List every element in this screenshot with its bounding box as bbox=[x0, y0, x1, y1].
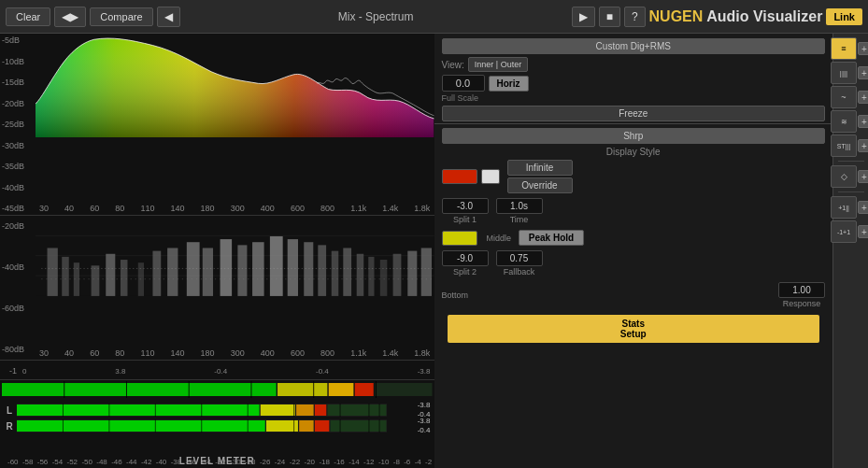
icon-lines-button[interactable]: ≡ bbox=[831, 37, 857, 60]
svg-rect-61 bbox=[299, 420, 313, 432]
svg-rect-48 bbox=[315, 404, 326, 416]
spectrogram-section: -20dB -40dB -60dB -80dB bbox=[0, 216, 434, 361]
fallback-value[interactable]: 0.75 bbox=[496, 250, 543, 266]
svg-rect-62 bbox=[315, 420, 329, 432]
spectrum-x-labels: 30 40 60 80 110 140 180 300 400 600 800 … bbox=[36, 204, 434, 213]
viz-area: -5dB -10dB -15dB -20dB -25dB -30dB -35dB… bbox=[0, 34, 434, 468]
spectrum-display bbox=[36, 34, 434, 137]
logo: NUGEN Audio Visualizer Link bbox=[649, 8, 862, 25]
icon-zigzag-button[interactable]: ≋ bbox=[831, 110, 857, 133]
svg-rect-24 bbox=[332, 251, 339, 296]
time-value[interactable]: 1.0s bbox=[496, 198, 543, 214]
icon-row-8: -1+1 + bbox=[831, 220, 868, 243]
r-meter-svg bbox=[17, 419, 387, 433]
svg-rect-46 bbox=[261, 404, 295, 416]
svg-rect-30 bbox=[407, 251, 417, 296]
view-label: View: bbox=[442, 60, 464, 70]
full-scale-label: Full Scale bbox=[442, 93, 826, 103]
svg-rect-17 bbox=[221, 239, 233, 296]
stats-setup-button[interactable]: Stats Setup bbox=[448, 315, 820, 343]
display-style-section: Shrp Display Style Infinite Override -3.… bbox=[434, 124, 833, 350]
icon-plus1-button[interactable]: +1|| bbox=[831, 196, 857, 219]
svg-rect-1 bbox=[36, 34, 434, 137]
top-white-color[interactable] bbox=[481, 169, 500, 184]
svg-rect-12 bbox=[138, 262, 144, 296]
split2-label: Split 2 bbox=[442, 267, 489, 277]
peak-hold-button[interactable]: Peak Hold bbox=[519, 230, 584, 246]
full-scale-value[interactable]: 0.0 bbox=[442, 75, 485, 92]
svg-rect-18 bbox=[237, 245, 247, 296]
level-meters-section: -1 0 3.8 -0.4 -0.4 -3.8 bbox=[0, 361, 434, 468]
svg-rect-49 bbox=[327, 404, 386, 416]
icon-bars-button[interactable]: |||| bbox=[831, 62, 857, 84]
svg-rect-22 bbox=[304, 242, 313, 296]
svg-rect-25 bbox=[343, 248, 351, 295]
main-area: -5dB -10dB -15dB -20dB -25dB -30dB -35dB… bbox=[0, 34, 868, 468]
meter-tick-labels: -60 -58 -56 -54 -52 -50 -48 -46 -44 -42 … bbox=[7, 458, 433, 466]
l-label: L bbox=[4, 405, 15, 416]
svg-rect-28 bbox=[380, 260, 388, 296]
add-3-button[interactable]: + bbox=[858, 91, 868, 104]
response-label: Response bbox=[778, 299, 825, 308]
bottom-label: Bottom bbox=[442, 291, 469, 300]
stop-button[interactable]: ■ bbox=[599, 7, 620, 27]
shrp-button[interactable]: Shrp bbox=[442, 128, 826, 144]
help-button[interactable]: ? bbox=[624, 7, 646, 27]
lr-meters: L bbox=[0, 401, 434, 454]
r-meter-row: R bbox=[4, 418, 431, 433]
compare-button[interactable]: Compare bbox=[90, 7, 152, 26]
svg-rect-59 bbox=[17, 420, 265, 432]
back-button[interactable]: ◀▶ bbox=[54, 7, 86, 27]
r-value: -0.4 bbox=[418, 426, 431, 435]
top-red-color[interactable] bbox=[442, 169, 477, 184]
svg-rect-34 bbox=[2, 383, 277, 396]
add-2-button[interactable]: + bbox=[858, 66, 868, 79]
svg-rect-23 bbox=[318, 245, 326, 296]
meter-strip bbox=[2, 381, 433, 398]
svg-rect-27 bbox=[368, 257, 374, 296]
prev-button[interactable]: ◀ bbox=[157, 7, 180, 27]
icon-stereo-button[interactable]: ST||| bbox=[831, 135, 857, 157]
time-label: Time bbox=[496, 215, 543, 224]
add-8-button[interactable]: + bbox=[858, 225, 868, 238]
split1-value[interactable]: -3.0 bbox=[442, 198, 489, 214]
add-6-button[interactable]: + bbox=[858, 170, 868, 183]
override-button[interactable]: Override bbox=[507, 177, 573, 193]
svg-rect-14 bbox=[167, 248, 178, 295]
svg-rect-36 bbox=[329, 383, 354, 396]
horiz-button[interactable]: Horiz bbox=[489, 76, 529, 92]
add-4-button[interactable]: + bbox=[858, 115, 868, 128]
spectrum-y-labels: -5dB -10dB -15dB -20dB -25dB -30dB -35dB… bbox=[0, 34, 36, 215]
play-button[interactable]: ▶ bbox=[572, 7, 595, 27]
response-value[interactable]: 1.00 bbox=[778, 282, 825, 298]
icon-wave-button[interactable]: ~ bbox=[831, 86, 857, 108]
strip-divider-2 bbox=[838, 191, 864, 192]
svg-rect-63 bbox=[331, 420, 387, 432]
spectrogram-display bbox=[36, 216, 434, 296]
middle-yellow-color[interactable] bbox=[442, 231, 477, 246]
freeze-button[interactable]: Freeze bbox=[442, 106, 826, 121]
link-button[interactable]: Link bbox=[826, 8, 862, 25]
add-5-button[interactable]: + bbox=[858, 139, 868, 152]
icon-minus1-button[interactable]: -1+1 bbox=[831, 220, 857, 243]
svg-rect-11 bbox=[121, 260, 128, 296]
svg-rect-19 bbox=[252, 242, 264, 296]
add-1-button[interactable]: + bbox=[858, 42, 868, 55]
r-label: R bbox=[4, 421, 15, 432]
right-main: Custom Dig+RMS View: Inner | Outer 0.0 H… bbox=[434, 34, 869, 468]
svg-rect-10 bbox=[106, 254, 115, 296]
icon-diamond-button[interactable]: ◇ bbox=[831, 165, 857, 188]
spectro-x-labels: 30 40 60 80 110 140 180 300 400 600 800 … bbox=[36, 348, 434, 358]
svg-rect-35 bbox=[277, 383, 327, 396]
controls-panel: Custom Dig+RMS View: Inner | Outer 0.0 H… bbox=[434, 34, 833, 468]
icon-row-1: ≡ + bbox=[831, 37, 868, 60]
split2-value[interactable]: -9.0 bbox=[442, 250, 489, 266]
custom-dig-rms-button[interactable]: Custom Dig+RMS bbox=[442, 38, 826, 54]
infinite-button[interactable]: Infinite bbox=[507, 160, 573, 176]
inner-outer-button[interactable]: Inner | Outer bbox=[468, 57, 528, 72]
spectro-y-labels: -20dB -40dB -60dB -80dB bbox=[0, 216, 36, 360]
l-bar-track bbox=[17, 404, 387, 417]
add-7-button[interactable]: + bbox=[858, 201, 868, 214]
clear-button[interactable]: Clear bbox=[6, 7, 50, 26]
spectrum-section: -5dB -10dB -15dB -20dB -25dB -30dB -35dB… bbox=[0, 34, 434, 216]
